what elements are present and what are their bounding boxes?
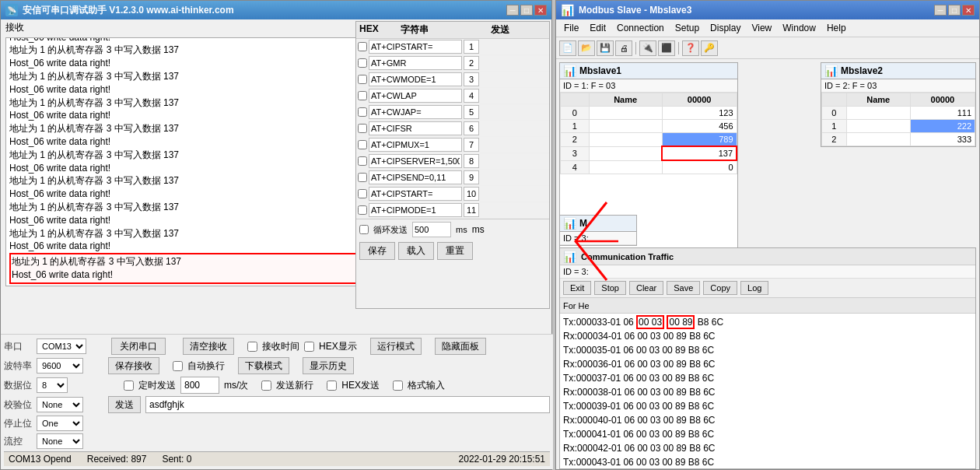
- mt-row-send-button[interactable]: 9: [464, 170, 479, 184]
- mt-row-input[interactable]: [369, 170, 462, 184]
- mt-row-checkbox[interactable]: [358, 205, 367, 215]
- mt-row-input[interactable]: [369, 72, 462, 86]
- mt-row-input[interactable]: [369, 203, 462, 217]
- traffic-line: Rx:000040-01 06 00 03 00 89 B8 6C: [563, 413, 972, 427]
- mt-row-checkbox[interactable]: [358, 58, 367, 68]
- mt-row-checkbox[interactable]: [358, 107, 367, 117]
- mt-row-send-button[interactable]: 5: [464, 105, 479, 119]
- send-button[interactable]: 发送: [108, 396, 141, 413]
- databits-select[interactable]: 8: [37, 377, 68, 393]
- mt-row-checkbox[interactable]: [358, 140, 367, 149]
- about-toolbar-button[interactable]: 🔑: [701, 40, 718, 56]
- comm-log-button[interactable]: Log: [740, 281, 768, 295]
- mt-row-input[interactable]: [369, 40, 462, 54]
- download-mode-button[interactable]: 下载模式: [238, 357, 289, 374]
- minimize-button[interactable]: ─: [506, 5, 519, 16]
- baudrate-select[interactable]: 9600: [37, 358, 83, 374]
- mt-row-send-button[interactable]: 7: [464, 138, 479, 152]
- mt-row-checkbox[interactable]: [358, 173, 367, 182]
- disconnect-toolbar-button[interactable]: ⬛: [658, 40, 675, 56]
- mt-row-input[interactable]: [369, 89, 462, 103]
- mt-row-input[interactable]: [369, 138, 462, 152]
- modbus-maximize-button[interactable]: □: [948, 5, 961, 16]
- mt-row-send-button[interactable]: 2: [464, 56, 479, 70]
- timed-send-checkbox[interactable]: [124, 381, 134, 391]
- open-toolbar-button[interactable]: 📂: [578, 40, 595, 56]
- comm-save-button[interactable]: Save: [667, 281, 700, 295]
- row-index-cell: 1: [561, 120, 590, 133]
- help-toolbar-button[interactable]: ❓: [682, 40, 699, 56]
- clear-recv-button[interactable]: 清空接收: [183, 338, 234, 355]
- multitext-rows: 1 2 3 4 5 6 7 8: [356, 39, 549, 219]
- hex-display-checkbox[interactable]: [304, 342, 314, 352]
- mt-row-send-button[interactable]: 6: [464, 121, 479, 135]
- mt-row-send-button[interactable]: 10: [464, 187, 479, 201]
- comm-traffic-content[interactable]: Tx:000033-01 06 00 03 00 89 B8 6CRx:0000…: [560, 314, 975, 469]
- close-port-button[interactable]: 关闭串口: [111, 338, 166, 355]
- send-input[interactable]: [145, 396, 550, 413]
- mt-row-input[interactable]: [369, 105, 462, 119]
- mt-row-send-button[interactable]: 3: [464, 72, 479, 86]
- mt-row-checkbox[interactable]: [358, 156, 367, 166]
- mt-row-input[interactable]: [369, 56, 462, 70]
- save-multitext-button[interactable]: 保存: [359, 242, 395, 260]
- mt-row-checkbox[interactable]: [358, 124, 367, 133]
- mt-row-send-button[interactable]: 8: [464, 154, 479, 168]
- loop-interval-input[interactable]: [412, 222, 451, 237]
- mt-row-input[interactable]: [369, 121, 462, 135]
- print-toolbar-button[interactable]: 🖨: [615, 40, 632, 56]
- flow-row: 流控 None: [4, 433, 550, 449]
- menu-item-view[interactable]: View: [747, 21, 776, 35]
- mt-row-checkbox[interactable]: [358, 75, 367, 84]
- close-button[interactable]: ✕: [534, 5, 547, 16]
- auto-wrap-checkbox[interactable]: [173, 361, 183, 371]
- comm-exit-button[interactable]: Exit: [563, 281, 591, 295]
- comm-clear-button[interactable]: Clear: [629, 281, 663, 295]
- mt-row-send-button[interactable]: 4: [464, 89, 479, 103]
- flow-select[interactable]: None: [37, 433, 83, 449]
- modbus-close-button[interactable]: ✕: [962, 5, 975, 16]
- menu-item-edit[interactable]: Edit: [585, 21, 611, 35]
- port-select[interactable]: COM13: [37, 338, 86, 354]
- new-toolbar-button[interactable]: 📄: [559, 40, 576, 56]
- newline-checkbox[interactable]: [261, 381, 271, 391]
- stopbits-select[interactable]: One: [37, 416, 83, 431]
- window-controls: ─ □ ✕: [506, 5, 547, 16]
- mt-row-send-button[interactable]: 1: [464, 40, 479, 54]
- menu-item-setup[interactable]: Setup: [670, 21, 704, 35]
- parity-select[interactable]: None: [37, 397, 83, 412]
- menu-item-display[interactable]: Display: [705, 21, 745, 35]
- menu-item-file[interactable]: File: [559, 21, 583, 35]
- timed-interval-input[interactable]: [180, 377, 219, 394]
- save-recv-button[interactable]: 保存接收: [108, 357, 159, 374]
- hide-panel-button[interactable]: 隐藏面板: [435, 338, 486, 355]
- loop-send-checkbox[interactable]: [359, 225, 369, 234]
- connect-toolbar-button[interactable]: 🔌: [639, 40, 656, 56]
- reset-multitext-button[interactable]: 重置: [437, 242, 473, 260]
- mt-row-checkbox[interactable]: [358, 42, 367, 51]
- mt-row-send-button[interactable]: 11: [464, 203, 479, 217]
- menu-item-window[interactable]: Window: [778, 21, 821, 35]
- hex-send-checkbox[interactable]: [327, 381, 337, 391]
- stopbits-label: 停止位: [4, 417, 32, 430]
- save-toolbar-button[interactable]: 💾: [597, 40, 614, 56]
- mt-row-checkbox[interactable]: [358, 91, 367, 100]
- maximize-button[interactable]: □: [520, 5, 533, 16]
- modbus-minimize-button[interactable]: ─: [934, 5, 947, 16]
- menu-item-help[interactable]: Help: [822, 21, 851, 35]
- stopbits-row: 停止位 One: [4, 416, 550, 431]
- recv-time-checkbox[interactable]: [247, 342, 257, 352]
- comm-stop-button[interactable]: Stop: [594, 281, 626, 295]
- menu-item-connection[interactable]: Connection: [612, 21, 669, 35]
- format-input-checkbox[interactable]: [393, 381, 403, 391]
- mt-row-input[interactable]: [369, 187, 462, 201]
- show-history-button[interactable]: 显示历史: [303, 357, 354, 374]
- run-mode-button[interactable]: 运行模式: [370, 338, 422, 355]
- mt-row-input[interactable]: [369, 154, 462, 168]
- comm-id3: ID = 3:: [560, 265, 975, 279]
- modbus-window: 📊 Modbus Slave - Mbslave3 ─ □ ✕ FileEdit…: [555, 0, 980, 470]
- comm-copy-button[interactable]: Copy: [703, 281, 737, 295]
- load-multitext-button[interactable]: 载入: [398, 242, 434, 260]
- comm-forhelp: For He: [560, 298, 975, 314]
- mt-row-checkbox[interactable]: [358, 189, 367, 198]
